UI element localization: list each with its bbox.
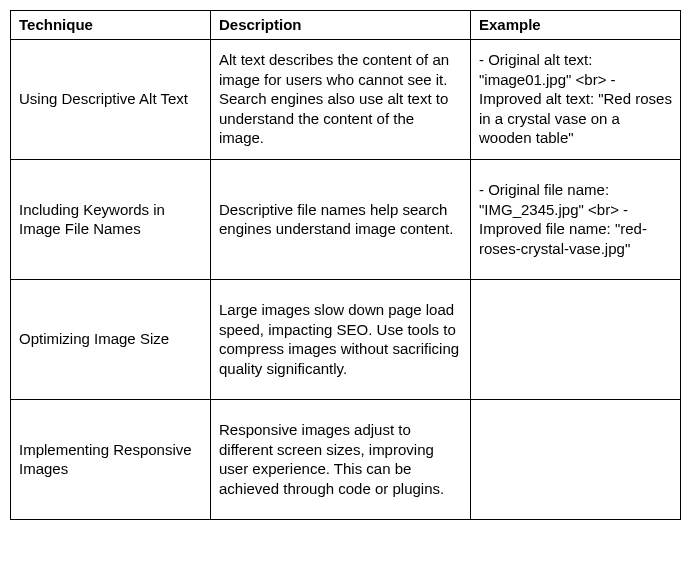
cell-example: - Original alt text: "image01.jpg" <br> …: [471, 39, 681, 159]
cell-technique: Implementing Responsive Images: [11, 399, 211, 519]
header-technique: Technique: [11, 11, 211, 40]
table-header-row: Technique Description Example: [11, 11, 681, 40]
cell-technique: Including Keywords in Image File Names: [11, 159, 211, 279]
header-description: Description: [211, 11, 471, 40]
header-example: Example: [471, 11, 681, 40]
cell-description: Large images slow down page load speed, …: [211, 279, 471, 399]
cell-technique: Using Descriptive Alt Text: [11, 39, 211, 159]
table-row: Optimizing Image Size Large images slow …: [11, 279, 681, 399]
cell-example: [471, 399, 681, 519]
table-row: Using Descriptive Alt Text Alt text desc…: [11, 39, 681, 159]
seo-techniques-table: Technique Description Example Using Desc…: [10, 10, 681, 520]
cell-description: Responsive images adjust to different sc…: [211, 399, 471, 519]
cell-example: - Original file name: "IMG_2345.jpg" <br…: [471, 159, 681, 279]
table-row: Implementing Responsive Images Responsiv…: [11, 399, 681, 519]
cell-description: Alt text describes the content of an ima…: [211, 39, 471, 159]
cell-example: [471, 279, 681, 399]
table-row: Including Keywords in Image File Names D…: [11, 159, 681, 279]
cell-technique: Optimizing Image Size: [11, 279, 211, 399]
cell-description: Descriptive file names help search engin…: [211, 159, 471, 279]
